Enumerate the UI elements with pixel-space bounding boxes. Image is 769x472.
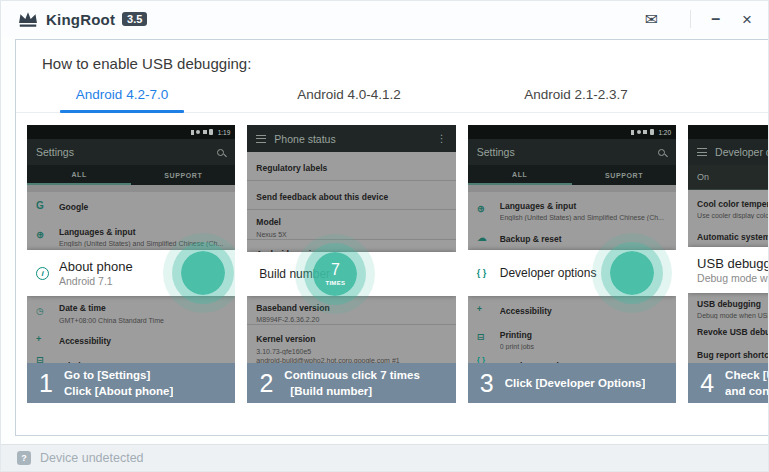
usb-debugging-dialog: How to enable USB debugging: × Android 4…	[15, 39, 769, 436]
hamburger-menu-icon	[697, 148, 707, 156]
developer-braces-icon: { }	[477, 355, 500, 363]
help-icon[interactable]: ?	[17, 451, 31, 465]
list-item-printing: ⊟ Printing	[27, 352, 235, 363]
step-caption-3: 3 Click [Developer Options]	[468, 363, 676, 403]
phone-screenshot-developer-options: 1:21 Developer options ⋮ On	[688, 125, 769, 363]
list-item-kernel: Kernel version 3.10.73-gfe160e5 android-…	[247, 325, 455, 363]
bluetooth-icon	[631, 130, 634, 135]
list-item-date-time: ◷ Date & time GMT+08:00 China Standard T…	[27, 296, 235, 325]
list-item-languages: ⊕ Languages & input English (United Stat…	[468, 192, 676, 224]
cloud-icon: ☁	[477, 232, 500, 243]
highlight-about-phone: i About phone Android 7.1	[27, 250, 235, 296]
globe-icon: ⊕	[36, 229, 59, 240]
tab-android-4-0-4-1-2[interactable]: Android 4.0-4.1.2	[269, 87, 429, 112]
list-item-auto-updates: Automatic system updates	[688, 222, 769, 247]
info-icon: i	[36, 267, 49, 280]
phone-status-app-bar: Phone status ⋮	[247, 125, 455, 152]
google-icon: G	[36, 200, 59, 211]
clock-time: 1:19	[218, 129, 231, 136]
version-badge: 3.5	[122, 12, 147, 26]
step-number: 3	[477, 371, 497, 396]
list-item-regulatory-labels: Regulatory labels	[247, 152, 455, 181]
divider	[27, 185, 235, 192]
kingroot-window: KingRoot 3.5 ✉ – × How to enable USB deb…	[0, 0, 769, 472]
step-caption-2: 2 Continuous click 7 times [Build number…	[247, 363, 455, 403]
search-icon	[658, 149, 665, 156]
step-panel-4: 1:21 Developer options ⋮ On	[688, 125, 769, 435]
tap-indicator-7-times: 7 TIMES	[313, 252, 357, 296]
crown-logo-icon	[17, 11, 39, 28]
device-status-text: Device undetected	[40, 451, 144, 465]
highlight-developer-options: { } Developer options	[468, 250, 676, 296]
tab-android-4-2-7-0[interactable]: Android 4.2-7.0	[42, 87, 202, 112]
list-item-usb-debugging-dim: USB debugging Debug mode when USB is con…	[688, 293, 769, 319]
list-item-google: G Google	[27, 192, 235, 218]
data-saver-icon	[196, 130, 200, 134]
clock-time: 1:20	[658, 129, 671, 136]
list-item-revoke-usb: Revoke USB debugging authorizations	[688, 319, 769, 341]
kebab-menu-icon: ⋮	[437, 133, 447, 144]
list-item-cool-color: Cool color temperature Use cooler displa…	[688, 190, 769, 222]
battery-icon	[209, 129, 213, 135]
accessibility-icon: +	[477, 304, 500, 314]
step-caption-4: 4 Check [USB Debugging] and confirm	[688, 363, 769, 403]
settings-tabs: ALL SUPPORT	[468, 165, 676, 185]
printer-icon: ⊟	[477, 332, 500, 342]
titlebar-divider	[690, 10, 691, 28]
tap-indicator	[181, 251, 225, 295]
tab-android-2-1-2-3-7[interactable]: Android 2.1-2.3.7	[496, 87, 656, 112]
divider	[468, 185, 676, 192]
list-item-android-version: Android version	[247, 240, 455, 252]
window-close-button[interactable]: ×	[742, 11, 752, 28]
android-version-tabs: Android 4.2-7.0 Android 4.0-4.1.2 Androi…	[16, 87, 769, 113]
titlebar: KingRoot 3.5 ✉ – ×	[1, 1, 768, 37]
step-panel-3: 1:20 Settings ALL SUPPORT ⊕	[468, 125, 676, 435]
highlight-usb-debugging: USB debugging Debug mode when USB is con…	[688, 247, 769, 293]
list-item-model: Model Nexus 5X	[247, 210, 455, 240]
highlight-build-number: Build number 7 TIMES	[247, 252, 455, 296]
tap-indicator	[610, 251, 654, 295]
mail-icon[interactable]: ✉	[645, 10, 658, 29]
globe-icon: ⊕	[477, 203, 500, 214]
phone-screenshot-settings-2: 1:20 Settings ALL SUPPORT ⊕	[468, 125, 676, 363]
developer-braces-icon: { }	[477, 268, 500, 278]
step-number: 2	[256, 371, 276, 396]
signal-icon	[203, 130, 207, 134]
dialog-title: How to enable USB debugging:	[42, 55, 251, 72]
list-item-bug-report: Bug report shortcut Show a button in the…	[688, 341, 769, 363]
list-item-accessibility: + Accessibility	[468, 296, 676, 322]
minimize-button[interactable]: –	[711, 11, 720, 27]
list-item-languages: ⊕ Languages & input English (United Stat…	[27, 218, 235, 250]
main-area: How to enable USB debugging: × Android 4…	[1, 37, 768, 444]
phone-screenshot-phone-status: Phone status ⋮ Regulatory labels Send fe…	[247, 125, 455, 363]
developer-options-on-row: On	[688, 165, 769, 190]
data-saver-icon	[637, 130, 641, 134]
step-panel-1: 1:19 Settings ALL SUPPORT G	[27, 125, 235, 435]
step-panels: 1:19 Settings ALL SUPPORT G	[16, 113, 769, 435]
phone-screenshot-settings: 1:19 Settings ALL SUPPORT G	[27, 125, 235, 363]
printer-icon: ⊟	[36, 355, 59, 363]
step-number: 4	[697, 371, 717, 396]
step-number: 1	[36, 371, 56, 396]
list-item-printing: ⊟ Printing 0 print jobs	[468, 322, 676, 352]
step-caption-1: 1 Go to [Settings] Click [About phone]	[27, 363, 235, 403]
bluetooth-icon	[191, 130, 194, 135]
accessibility-icon: +	[36, 334, 59, 344]
step-panel-2: Phone status ⋮ Regulatory labels Send fe…	[247, 125, 455, 435]
clock-icon: ◷	[36, 306, 59, 316]
phone-status-bar: 1:21	[688, 125, 769, 139]
list-item-developer-options: { } Developer options	[468, 352, 676, 363]
list-item-send-feedback: Send feedback about this device	[247, 181, 455, 210]
phone-status-bar: 1:20	[468, 125, 676, 139]
settings-app-bar: Settings	[27, 139, 235, 165]
list-item-backup-reset: ☁ Backup & reset	[468, 224, 676, 250]
list-item-baseband: Baseband version M8994F-2.6.36.2.20	[247, 296, 455, 325]
settings-app-bar: Settings	[468, 139, 676, 165]
developer-options-app-bar: Developer options ⋮	[688, 139, 769, 165]
settings-tabs: ALL SUPPORT	[27, 165, 235, 185]
list-item-accessibility: + Accessibility	[27, 325, 235, 352]
signal-icon	[643, 130, 647, 134]
hamburger-menu-icon	[256, 135, 266, 143]
app-title: KingRoot	[46, 11, 115, 28]
search-icon	[217, 149, 224, 156]
